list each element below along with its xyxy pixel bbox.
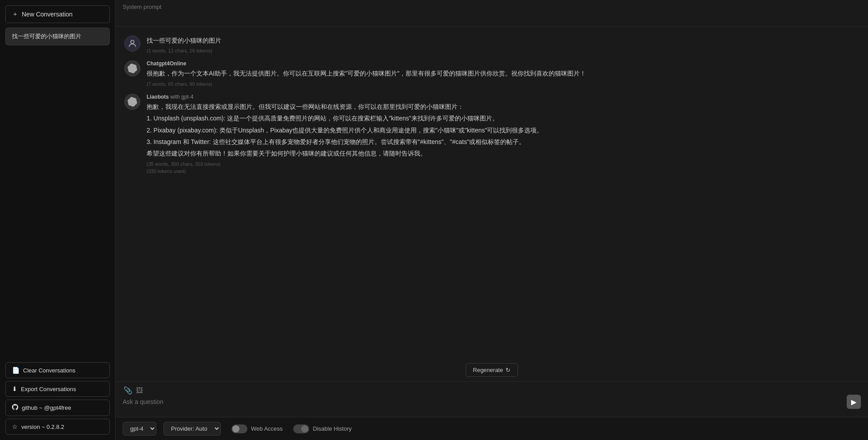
- message-row: Chatgpt4Online很抱歉，作为一个文本AI助手，我无法提供图片。你可以…: [124, 60, 859, 86]
- message-content: Liaobots with gpt-4抱歉，我现在无法直接搜索或显示图片。但我可…: [147, 94, 859, 174]
- toolbar: gpt-4 Provider: Auto Web Access Disable …: [115, 417, 868, 440]
- message-row: 找一些可爱的小猫咪的图片(1 words, 12 chars, 16 token…: [124, 36, 859, 53]
- github-button-label: github ~ @gpt4free: [22, 404, 71, 411]
- plus-icon: ＋: [12, 10, 18, 18]
- sender-name: Liaobots: [147, 94, 169, 100]
- regenerate-button[interactable]: Regenerate ↻: [466, 363, 518, 377]
- attach-icon[interactable]: 📎: [123, 386, 132, 395]
- new-conversation-button[interactable]: ＋ New Conversation: [5, 5, 110, 23]
- message-text-part: 1. Unsplash (unsplash.com): 这是一个提供高质量免费照…: [147, 113, 859, 123]
- export-conversations-button-label: Export Conversations: [21, 386, 76, 392]
- web-access-group: Web Access: [231, 424, 283, 433]
- message-row: Liaobots with gpt-4抱歉，我现在无法直接搜索或显示图片。但我可…: [124, 94, 859, 174]
- regenerate-label: Regenerate: [473, 367, 503, 373]
- message-content: Chatgpt4Online很抱歉，作为一个文本AI助手，我无法提供图片。你可以…: [147, 60, 859, 86]
- system-prompt-input[interactable]: [123, 4, 861, 21]
- svg-point-0: [131, 40, 134, 44]
- clear-conversations-button-label: Clear Conversations: [23, 367, 76, 374]
- message-text: 很抱歉，作为一个文本AI助手，我无法提供图片。你可以在互联网上搜索"可爱的小猫咪…: [147, 68, 859, 78]
- avatar: [124, 36, 140, 52]
- web-access-toggle[interactable]: [231, 424, 247, 433]
- image-icon[interactable]: 🖼: [136, 387, 143, 395]
- model-selector[interactable]: gpt-4: [123, 422, 156, 436]
- version-button-icon: ☆: [12, 423, 18, 430]
- clear-conversations-button[interactable]: 📄Clear Conversations: [5, 362, 110, 378]
- conversation-list: 找一些可爱的小猫咪的图片: [5, 28, 110, 45]
- regenerate-area: Regenerate ↻: [115, 359, 868, 381]
- clear-conversations-button-icon: 📄: [12, 367, 20, 374]
- conversation-item[interactable]: 找一些可爱的小猫咪的图片: [5, 28, 110, 45]
- new-conversation-label: New Conversation: [22, 11, 72, 18]
- github-button-icon: [12, 404, 18, 412]
- message-text-part: 2. Pixabay (pixabay.com): 类似于Unsplash，Pi…: [147, 125, 859, 135]
- avatar: [124, 60, 140, 76]
- export-conversations-button-icon: ⬇: [12, 385, 17, 392]
- provider-selector[interactable]: Provider: Auto: [163, 422, 221, 436]
- sidebar-bottom: 📄Clear Conversations⬇Export Conversation…: [5, 362, 110, 435]
- message-meta: (1 words, 12 chars, 16 tokens): [147, 48, 859, 53]
- tokens-used: (330 tokens used): [147, 168, 859, 174]
- disable-history-toggle[interactable]: [293, 424, 309, 433]
- sender-name: Chatgpt4Online: [147, 60, 186, 67]
- avatar: [124, 94, 140, 110]
- system-prompt-area: [115, 0, 868, 27]
- input-icons: 📎 🖼: [123, 386, 861, 395]
- sidebar: ＋ New Conversation 找一些可爱的小猫咪的图片 📄Clear C…: [0, 0, 115, 440]
- message-meta: (7 words, 65 chars, 90 tokens): [147, 81, 859, 87]
- message-meta: (35 words, 300 chars, 303 tokens): [147, 161, 859, 167]
- disable-history-label: Disable History: [313, 425, 351, 432]
- version-button-label: version ~ 0.2.8.2: [21, 424, 64, 430]
- message-text: 抱歉，我现在无法直接搜索或显示图片。但我可以建议一些网站和在线资源，你可以在那里…: [147, 102, 859, 159]
- chat-area: 找一些可爱的小猫咪的图片(1 words, 12 chars, 16 token…: [115, 27, 868, 359]
- message-content: 找一些可爱的小猫咪的图片(1 words, 12 chars, 16 token…: [147, 36, 859, 53]
- chat-input[interactable]: [123, 398, 843, 405]
- disable-history-group: Disable History: [293, 424, 351, 433]
- input-row: ▶: [123, 395, 861, 409]
- message-text: 找一些可爱的小猫咪的图片: [147, 36, 859, 45]
- main: 找一些可爱的小猫咪的图片(1 words, 12 chars, 16 token…: [115, 0, 868, 440]
- send-button[interactable]: ▶: [847, 395, 861, 409]
- input-area: 📎 🖼 ▶: [115, 381, 868, 417]
- sidebar-top: ＋ New Conversation 找一些可爱的小猫咪的图片: [5, 5, 110, 362]
- github-button[interactable]: github ~ @gpt4free: [5, 400, 110, 416]
- sender-model: with gpt-4: [169, 94, 193, 100]
- message-sender: Liaobots with gpt-4: [147, 94, 859, 100]
- message-text-part: 3. Instagram 和 Twitter: 这些社交媒体平台上有很多宠物爱好…: [147, 137, 859, 147]
- version-button[interactable]: ☆version ~ 0.2.8.2: [5, 419, 110, 435]
- send-icon: ▶: [851, 398, 856, 406]
- message-text-part: 希望这些建议对你有所帮助！如果你需要关于如何护理小猫咪的建议或任何其他信息，请随…: [147, 148, 859, 158]
- export-conversations-button[interactable]: ⬇Export Conversations: [5, 381, 110, 397]
- message-sender: Chatgpt4Online: [147, 60, 859, 67]
- web-access-label: Web Access: [251, 425, 283, 432]
- refresh-icon: ↻: [506, 367, 510, 373]
